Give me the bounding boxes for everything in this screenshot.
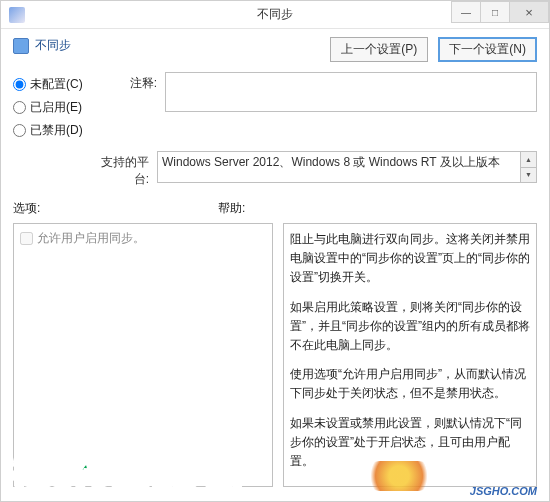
radio-disabled-label: 已禁用(D) xyxy=(30,122,83,139)
radio-enabled-input[interactable] xyxy=(13,101,26,114)
help-label: 帮助: xyxy=(218,200,245,217)
radio-not-configured-input[interactable] xyxy=(13,78,26,91)
platform-value: Windows Server 2012、Windows 8 或 Windows … xyxy=(162,155,500,169)
options-panel: 允许用户启用同步。 xyxy=(13,223,273,487)
allow-user-sync-checkbox[interactable] xyxy=(20,232,33,245)
help-paragraph-3: 使用选项“允许用户启用同步”，从而默认情况下同步处于关闭状态，但不是禁用状态。 xyxy=(290,365,530,403)
help-panel: 阻止与此电脑进行双向同步。这将关闭并禁用电脑设置中的“同步你的设置”页上的“同步… xyxy=(283,223,537,487)
help-paragraph-1: 阻止与此电脑进行双向同步。这将关闭并禁用电脑设置中的“同步你的设置”页上的“同步… xyxy=(290,230,530,288)
help-paragraph-2: 如果启用此策略设置，则将关闭“同步你的设置”，并且“同步你的设置”组内的所有成员… xyxy=(290,298,530,356)
radio-enabled[interactable]: 已启用(E) xyxy=(13,99,91,116)
header-area: 不同步 上一个设置(P) 下一个设置(N) xyxy=(1,29,549,70)
nav-buttons: 上一个设置(P) 下一个设置(N) xyxy=(330,37,537,62)
comment-field[interactable] xyxy=(165,72,537,112)
platform-row: 支持的平台: Windows Server 2012、Windows 8 或 W… xyxy=(1,147,549,196)
policy-title-row: 不同步 xyxy=(13,37,71,54)
policy-title: 不同步 xyxy=(35,37,71,54)
titlebar: 不同步 — □ × xyxy=(1,1,549,29)
radio-disabled[interactable]: 已禁用(D) xyxy=(13,122,91,139)
comment-label: 注释: xyxy=(99,72,157,92)
window-controls: — □ × xyxy=(452,1,549,23)
previous-setting-button[interactable]: 上一个设置(P) xyxy=(330,37,428,62)
section-labels: 选项: 帮助: xyxy=(1,196,549,219)
comment-field-wrap xyxy=(165,72,537,115)
config-row: 未配置(C) 已启用(E) 已禁用(D) 注释: xyxy=(1,70,549,147)
platform-field[interactable]: Windows Server 2012、Windows 8 或 Windows … xyxy=(157,151,537,183)
allow-user-sync-option[interactable]: 允许用户启用同步。 xyxy=(20,230,266,247)
next-setting-button[interactable]: 下一个设置(N) xyxy=(438,37,537,62)
panels: 允许用户启用同步。 阻止与此电脑进行双向同步。这将关闭并禁用电脑设置中的“同步你… xyxy=(1,219,549,499)
radio-disabled-input[interactable] xyxy=(13,124,26,137)
platform-spin: ▲ ▼ xyxy=(520,152,536,182)
policy-icon xyxy=(13,38,29,54)
spin-up-icon[interactable]: ▲ xyxy=(521,152,536,168)
help-paragraph-4: 如果未设置或禁用此设置，则默认情况下“同步你的设置”处于开启状态，且可由用户配置… xyxy=(290,414,530,472)
options-label: 选项: xyxy=(13,200,218,217)
radio-group: 未配置(C) 已启用(E) 已禁用(D) xyxy=(13,72,91,145)
maximize-button[interactable]: □ xyxy=(480,1,510,23)
radio-not-configured-label: 未配置(C) xyxy=(30,76,83,93)
allow-user-sync-label: 允许用户启用同步。 xyxy=(37,230,145,247)
minimize-button[interactable]: — xyxy=(451,1,481,23)
window-icon xyxy=(9,7,25,23)
spin-down-icon[interactable]: ▼ xyxy=(521,168,536,183)
platform-label: 支持的平台: xyxy=(91,151,149,188)
window-title: 不同步 xyxy=(257,6,293,23)
close-button[interactable]: × xyxy=(509,1,549,23)
radio-enabled-label: 已启用(E) xyxy=(30,99,82,116)
radio-not-configured[interactable]: 未配置(C) xyxy=(13,76,91,93)
